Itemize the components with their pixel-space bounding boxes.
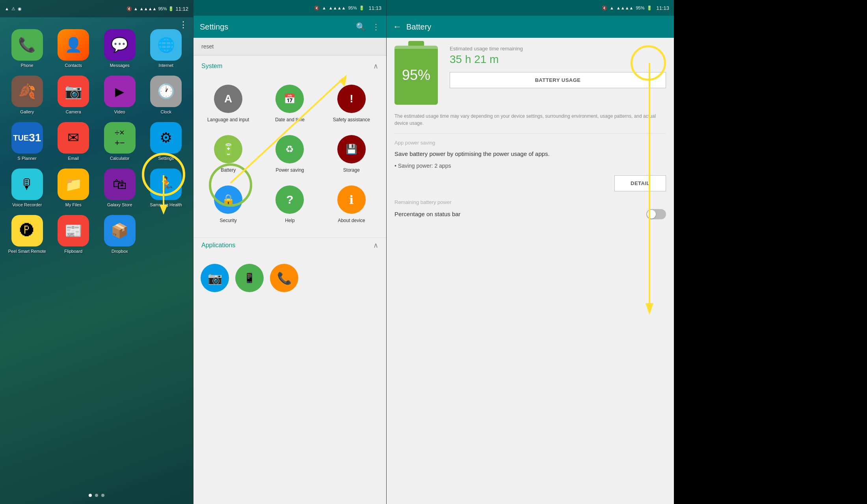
back-button[interactable]: ← [393,22,402,32]
battery-settings-icon: 🔋 [214,135,242,163]
more-menu-button[interactable]: ⋮ [179,20,188,30]
phone-label: Phone [21,63,33,68]
estimated-time: 35 h 21 m [450,53,666,66]
messages-icon: 💬 [104,29,136,61]
settings-item-powersaving[interactable]: ♻ Power saving [259,129,320,179]
app-splanner[interactable]: TUE31 S Planner [8,122,47,161]
search-icon[interactable]: 🔍 [356,22,366,32]
applications-section-header: Applications ∧ [193,237,386,254]
app-icon-2: 📱 [235,264,264,292]
datetime-label: Date and time [275,117,305,122]
app-item-3[interactable]: 📞 [267,258,301,298]
battery-percentage: 95% [402,67,430,83]
samsung-icon: 🏃 [150,169,182,200]
settings-item-help[interactable]: ? Help [259,179,320,230]
app-item-2[interactable]: 📱 [232,258,267,298]
video-icon: ▶ [104,76,136,107]
splanner-icon: TUE31 [11,122,43,154]
galaxy-icon: 🛍 [104,169,136,200]
app-myfiles[interactable]: 📁 My Files [54,169,93,207]
phone-icon: 📞 [11,29,43,61]
app-calculator[interactable]: ÷×+− Calculator [100,122,139,161]
settings-panel-wrapper: 🔇 ▲ ▲▲▲▲ 95% 🔋 11:13 Settings 🔍 ⋮ reset … [193,0,386,504]
gallery-label: Gallery [20,109,34,114]
security-label: Security [220,218,236,223]
battery-usage-button[interactable]: BATTERY USAGE [450,72,666,88]
dot-1 [89,494,92,497]
settings-item-battery[interactable]: 🔋 Battery [197,129,259,179]
samsung-label: Samsung Health [150,202,182,207]
app-settings[interactable]: ⚙ Settings [147,122,186,161]
battery-topbar: ← Battery [387,16,674,38]
camera-icon: 📷 [58,76,89,107]
messages-label: Messages [110,63,130,68]
battery-percent-b: 95% [636,6,644,10]
applications-chevron-icon[interactable]: ∧ [373,241,378,250]
app-messages[interactable]: 💬 Messages [100,29,139,68]
safety-icon: ! [337,85,366,113]
app-clock[interactable]: 🕐 Clock [147,76,186,114]
wifi-icon-b: ▲ [610,6,614,10]
app-phone[interactable]: 📞 Phone [8,29,47,68]
topbar-icons: 🔍 ⋮ [356,22,380,32]
app-samsung[interactable]: 🏃 Samsung Health [147,169,186,207]
app-voice[interactable]: 🎙 Voice Recorder [8,169,47,207]
battery-icon-b: 🔋 [647,6,652,11]
app-item-1[interactable]: 📷 [197,258,232,298]
internet-label: Internet [159,63,173,68]
toggle-knob [647,210,656,219]
battery-panel-wrapper: 🔇 ▲ ▲▲▲▲ 95% 🔋 11:13 ← Battery 95% Esti [386,0,674,504]
battery-info: Estimated usage time remaining 35 h 21 m… [450,46,666,88]
time-settings: 11:13 [368,5,381,11]
signal-icon: ▲▲▲▲ [140,6,157,11]
gallery-icon: 🍂 [11,76,43,107]
system-chevron-icon[interactable]: ∧ [373,62,378,70]
battery-label: Battery [221,167,236,173]
settings-item-safety[interactable]: ! Safety assistance [321,78,382,129]
status-icons-left: ▲ ⚠ ◉ [5,6,22,11]
app-gallery[interactable]: 🍂 Gallery [8,76,47,114]
more-menu-icon[interactable]: ⋮ [372,22,380,32]
app-internet[interactable]: 🌐 Internet [147,29,186,68]
detail-button[interactable]: DETAIL [614,175,666,191]
app-peel[interactable]: 🅟 Peel Smart Remote [8,215,47,254]
app-flipboard[interactable]: 📰 Flipboard [54,215,93,254]
settings-item-language[interactable]: A Language and input [197,78,259,129]
battery-screen: 🔇 ▲ ▲▲▲▲ 95% 🔋 11:13 ← Battery 95% Esti [386,0,674,504]
settings-item-datetime[interactable]: 📅 Date and time [259,78,320,129]
settings-item-security[interactable]: 🔒 Security [197,179,259,230]
settings-item-storage[interactable]: 💾 Storage [321,129,382,179]
calculator-icon: ÷×+− [104,122,136,154]
app-camera[interactable]: 📷 Camera [54,76,93,114]
battery-icon-home: 🔋 [168,6,174,11]
help-label: Help [285,218,295,223]
clock-label: Clock [160,109,171,114]
percentage-toggle[interactable] [646,209,666,219]
peel-label: Peel Smart Remote [8,249,46,254]
settings-item-about[interactable]: ℹ About device [321,179,382,230]
mute-icon-s: 🔇 [314,6,320,11]
saving-power-text: • Saving power: 2 apps [394,163,666,169]
wifi-icon: ▲ [134,6,138,11]
dot-3 [101,494,104,497]
battery-top-section: 95% Estimated usage time remaining 35 h … [394,46,666,105]
about-label: About device [338,218,365,223]
remaining-label: Remaining battery power [394,199,666,205]
galaxy-label: Galaxy Store [107,202,132,207]
battery-visual: 95% [394,46,438,105]
app-email[interactable]: ✉ Email [54,122,93,161]
status-bar-battery: 🔇 ▲ ▲▲▲▲ 95% 🔋 11:13 [387,0,674,16]
safety-label: Safety assistance [333,117,370,122]
app-dropbox[interactable]: 📦 Dropbox [100,215,139,254]
app-grid: 📞 Phone 👤 Contacts 💬 Messages 🌐 Internet… [0,17,193,265]
powersaving-icon: ♻ [275,135,304,163]
divider-1 [394,133,666,133]
powersaving-label: Power saving [275,167,304,173]
storage-label: Storage [343,167,360,173]
app-video[interactable]: ▶ Video [100,76,139,114]
app-galaxy[interactable]: 🛍 Galaxy Store [100,169,139,207]
contacts-icon: 👤 [58,29,89,61]
battery-content: 95% Estimated usage time remaining 35 h … [387,38,674,504]
home-screen: ▲ ⚠ ◉ 🔇 ▲ ▲▲▲▲ 95% 🔋 11:12 ⋮ 📞 Phone 👤 C… [0,0,193,504]
app-contacts[interactable]: 👤 Contacts [54,29,93,68]
